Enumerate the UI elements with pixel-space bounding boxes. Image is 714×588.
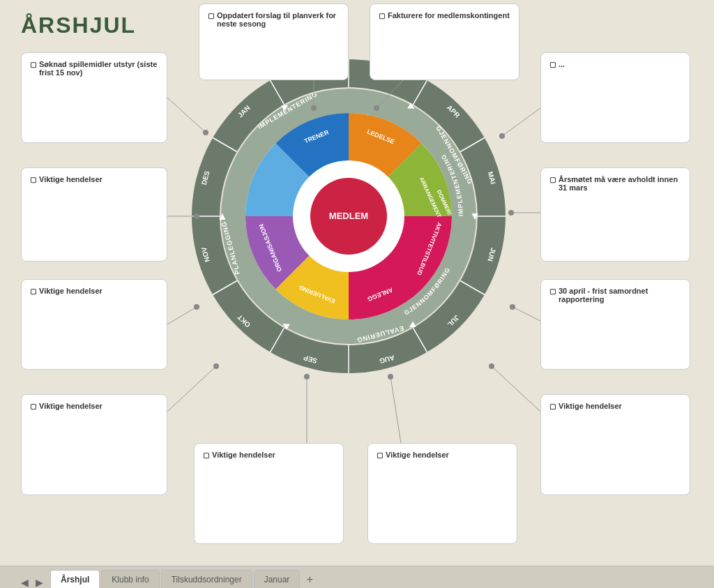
card-aug-viktige-title: Viktige hendelser <box>30 402 158 410</box>
card-jun-viktige-title: Viktige hendelser <box>377 451 508 459</box>
tabs-bar: ◀ ▶ Årshjul Klubb info Tilskuddsordninge… <box>0 566 714 588</box>
card-oct-viktige: Viktige hendelser <box>21 167 167 262</box>
page-title: ÅRSHJUL <box>21 13 136 38</box>
card-aug-viktige: Viktige hendelser <box>21 394 167 495</box>
card-jun-viktige-right: Viktige hendelser <box>540 394 690 495</box>
card-feb-dots-title: ... <box>549 60 681 68</box>
svg-line-76 <box>390 377 401 443</box>
card-jan-fakturere-title: Fakturere for medlemskontingent <box>379 11 510 20</box>
card-jan-fakturere: Fakturere for medlemskontingent <box>370 3 519 80</box>
card-jun-viktige-right-title: Viktige hendelser <box>549 402 681 410</box>
card-feb-dots: ... <box>540 52 690 143</box>
card-jul-viktige-title: Viktige hendelser <box>203 451 335 459</box>
card-sep-viktige-title: Viktige hendelser <box>30 287 158 295</box>
card-mar-arsmote-title: Årsmøtet må være avholdt innen 31 mars <box>549 175 681 192</box>
card-sep-viktige: Viktige hendelser <box>21 279 167 370</box>
card-jun-viktige: Viktige hendelser <box>367 443 517 544</box>
card-mar-arsmote: Årsmøtet må være avholdt innen 31 mars <box>540 167 690 262</box>
card-oct-viktige-title: Viktige hendelser <box>30 175 158 183</box>
card-apr-frist: 30 april - frist samordnet rapportering <box>540 279 690 370</box>
tab-add-button[interactable]: + <box>301 571 318 588</box>
card-dec-planverk-title: Oppdatert forslag til planverk for neste… <box>208 11 340 28</box>
tab-next[interactable]: ▶ <box>36 577 43 588</box>
card-dec-planverk: Oppdatert forslag til planverk for neste… <box>199 3 349 80</box>
wheel-container: DES JAN FEB MAR APR MAI JUN JUL AUG SEP … <box>188 56 509 377</box>
card-jul-viktige: Viktige hendelser <box>194 443 344 544</box>
svg-text:▶: ▶ <box>471 213 480 220</box>
tab-prev[interactable]: ◀ <box>21 577 29 588</box>
svg-point-65 <box>508 210 514 216</box>
tab-januar[interactable]: Januar <box>254 570 301 588</box>
svg-text:MEDLEM: MEDLEM <box>329 211 368 221</box>
tab-tilskuddsordninger[interactable]: Tilskuddsordninger <box>161 570 252 588</box>
tab-klubbinfo[interactable]: Klubb info <box>101 570 159 588</box>
tab-aarshjul[interactable]: Årshjul <box>50 570 100 588</box>
card-nov-soeknad: Søknad spillemidler utstyr (siste frist … <box>21 52 167 143</box>
svg-line-68 <box>512 307 540 321</box>
card-apr-frist-title: 30 april - frist samordnet rapportering <box>549 287 681 303</box>
svg-point-69 <box>510 304 515 310</box>
card-nov-soeknad-title: Søknad spillemidler utstyr (siste frist … <box>30 60 158 77</box>
svg-text:▶: ▶ <box>217 213 227 220</box>
